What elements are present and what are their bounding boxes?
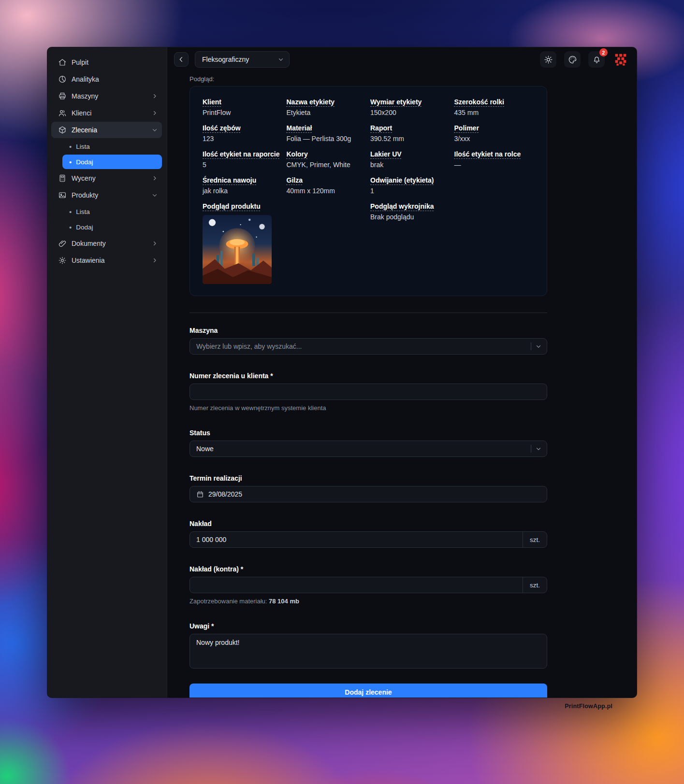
back-button[interactable] <box>174 52 189 67</box>
topbar-actions: 2 <box>540 51 629 68</box>
uwagi-label: Uwagi * <box>189 622 547 630</box>
die-preview-value: Brak podglądu <box>370 213 534 221</box>
field-order-number: Numer zlecenia u klienta * Numer zleceni… <box>189 372 547 412</box>
chevron-right-icon <box>151 257 158 264</box>
naklad-input[interactable] <box>190 532 523 547</box>
sidebar-item-label: Ustawienia <box>72 257 146 264</box>
process-select-value: Fleksograficzny <box>202 56 274 63</box>
desktop-wallpaper: PrintFlowApp.pl Pulpit Analityka Masz <box>0 0 684 784</box>
sidebar-subitem-zlecenia-dodaj[interactable]: Dodaj <box>62 155 162 169</box>
analytics-icon <box>58 75 67 84</box>
notification-badge: 2 <box>599 48 608 57</box>
status-value: Nowe <box>196 445 531 453</box>
user-avatar[interactable] <box>612 51 629 68</box>
sidebar-item-produkty[interactable]: Produkty <box>51 187 162 203</box>
material-requirement-helper: Zapotrzebowanie materiału: 78 104 mb <box>189 598 547 605</box>
sun-icon <box>544 55 553 64</box>
calculator-icon <box>58 174 67 183</box>
page-content: Podgląd: KlientPrintFlow Nazwa etykietyE… <box>167 71 637 698</box>
sidebar-subitem-produkty-lista[interactable]: Lista <box>62 204 162 219</box>
main-area: Fleksograficzny <box>167 47 637 698</box>
sidebar-item-label: Maszyny <box>72 92 146 100</box>
order-preview-panel: KlientPrintFlow Nazwa etykietyEtykieta W… <box>189 86 547 296</box>
palette-button[interactable] <box>564 51 581 68</box>
order-number-label: Numer zlecenia u klienta * <box>189 372 547 380</box>
app-window: Pulpit Analityka Maszyny <box>47 47 637 698</box>
naklad-kontra-input[interactable] <box>190 577 523 593</box>
deadline-label: Termin realizacji <box>189 474 547 482</box>
product-preview-label: Podgląd produktu <box>203 202 366 210</box>
users-icon <box>58 109 67 117</box>
gear-icon <box>58 256 67 265</box>
chevron-left-icon <box>177 56 185 63</box>
theme-brightness-button[interactable] <box>540 51 556 68</box>
chevron-right-icon <box>151 93 158 100</box>
status-select[interactable]: Nowe <box>189 441 547 457</box>
preview-field: KlientPrintFlow <box>203 98 283 116</box>
maszyna-select[interactable]: Wybierz lub wpisz, aby wyszukać... <box>189 338 547 355</box>
deadline-date-input[interactable]: 29/08/2025 <box>189 486 547 502</box>
preview-field: Odwijanie (etykieta)1 <box>370 176 451 195</box>
select-divider <box>531 342 531 350</box>
bell-icon <box>592 55 601 64</box>
field-status: Status Nowe <box>189 429 547 457</box>
sidebar-subitem-label: Lista <box>76 143 90 150</box>
sidebar-item-label: Pulpit <box>72 58 158 66</box>
chevron-right-icon <box>151 175 158 182</box>
die-preview-block: Podgląd wykrojnika Brak podglądu <box>370 202 534 284</box>
sidebar-subitem-zlecenia-lista[interactable]: Lista <box>62 139 162 154</box>
sidebar-item-dokumenty[interactable]: Dokumenty <box>51 235 162 252</box>
section-divider <box>189 313 547 313</box>
sidebar-item-label: Dokumenty <box>72 240 146 247</box>
naklad-input-group: szt. <box>189 531 547 548</box>
chevron-down-icon <box>535 445 542 452</box>
preview-field: Szerokość rolki435 mm <box>454 98 535 116</box>
chevron-down-icon <box>277 56 284 63</box>
palette-icon <box>568 55 577 64</box>
deadline-value: 29/08/2025 <box>208 490 542 498</box>
sidebar-item-label: Produkty <box>72 191 146 199</box>
sidebar-subitem-label: Dodaj <box>76 158 93 166</box>
order-number-helper: Numer zlecenia w wewnętrznym systemie kl… <box>189 404 547 412</box>
preview-field: Polimer3/xxx <box>454 124 535 143</box>
preview-field: Średnica nawojujak rolka <box>203 176 283 195</box>
sidebar-item-klienci[interactable]: Klienci <box>51 105 162 121</box>
image-icon <box>58 191 67 200</box>
field-deadline: Termin realizacji 29/08/2025 <box>189 474 547 502</box>
submit-order-button[interactable]: Dodaj zlecenie <box>189 684 547 698</box>
preview-field: KoloryCMYK, Primer, White <box>287 150 367 169</box>
topbar: Fleksograficzny <box>167 47 637 71</box>
maszyna-label: Maszyna <box>189 327 547 334</box>
chevron-down-icon <box>535 343 542 350</box>
uwagi-textarea[interactable]: Nowy produkt! <box>189 634 547 669</box>
sidebar-subitem-produkty-dodaj[interactable]: Dodaj <box>62 220 162 234</box>
calendar-icon <box>196 490 204 498</box>
naklad-label: Nakład <box>189 520 547 527</box>
sidebar-item-ustawienia[interactable]: Ustawienia <box>51 252 162 269</box>
order-number-input[interactable] <box>189 384 547 400</box>
naklad-kontra-suffix: szt. <box>523 577 547 593</box>
chevron-down-icon <box>151 192 158 199</box>
naklad-kontra-input-group: szt. <box>189 577 547 593</box>
sidebar-item-maszyny[interactable]: Maszyny <box>51 88 162 104</box>
preview-field: Ilość etykiet na raporcie5 <box>203 150 283 169</box>
sidebar-item-pulpit[interactable]: Pulpit <box>51 54 162 71</box>
sidebar-item-wyceny[interactable]: Wyceny <box>51 170 162 186</box>
product-preview-block: Podgląd produktu <box>203 202 366 284</box>
preview-heading: Podgląd: <box>189 75 547 83</box>
status-label: Status <box>189 429 547 437</box>
sidebar-item-label: Wyceny <box>72 174 146 182</box>
paperclip-icon <box>58 239 67 248</box>
preview-field: MateriałFolia — Perlista 300g <box>287 124 367 143</box>
preview-field: Nazwa etykietyEtykieta <box>287 98 367 116</box>
material-requirement-value: 78 104 mb <box>269 598 299 605</box>
preview-field: Lakier UVbrak <box>370 150 451 169</box>
sidebar-item-label: Zlecenia <box>72 126 146 134</box>
sidebar-subitem-label: Dodaj <box>76 224 93 231</box>
process-select[interactable]: Fleksograficzny <box>195 51 290 68</box>
sidebar-item-zlecenia[interactable]: Zlecenia <box>51 122 162 138</box>
notifications-button[interactable]: 2 <box>588 51 605 68</box>
sidebar-item-analityka[interactable]: Analityka <box>51 71 162 87</box>
chevron-right-icon <box>151 110 158 116</box>
preview-field: Ilość zębów123 <box>203 124 283 143</box>
